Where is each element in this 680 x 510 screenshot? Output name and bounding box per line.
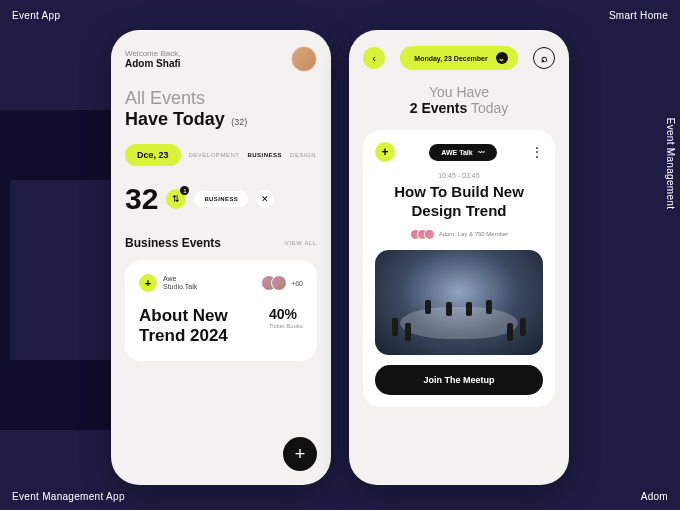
label-top-left: Event App bbox=[12, 10, 60, 21]
filter-badge: 1 bbox=[180, 186, 189, 195]
phone-right: ‹ Monday, 23 December ⌄ ⌕ You Have 2 Eve… bbox=[349, 30, 569, 485]
members-text: Adom, Lay & 750 Member bbox=[439, 231, 509, 237]
search-icon: ⌕ bbox=[541, 52, 548, 64]
label-top-right: Smart Home bbox=[609, 10, 668, 21]
card-tag-line2: Studio.Talk bbox=[163, 283, 197, 291]
section-title: Business Events bbox=[125, 236, 221, 250]
summary-gray: Today bbox=[471, 100, 508, 116]
filter-icon: ⇅ bbox=[172, 194, 180, 204]
attendee-count: +60 bbox=[291, 280, 303, 287]
category-pill[interactable]: AWE Talk 〰 bbox=[429, 144, 496, 161]
chevron-left-icon: ‹ bbox=[372, 52, 376, 64]
tab-business[interactable]: BUSINESS bbox=[247, 152, 282, 158]
label-bottom-left: Event Management App bbox=[12, 491, 125, 502]
ticket-percent-label: Ticket Books bbox=[269, 323, 303, 329]
filter-button[interactable]: ⇅ 1 bbox=[166, 189, 186, 209]
ticket-percent: 40% bbox=[269, 306, 303, 322]
close-icon: ✕ bbox=[261, 194, 269, 204]
summary-line1: You Have bbox=[363, 84, 555, 100]
tab-design[interactable]: DESIGN bbox=[290, 152, 316, 158]
more-button[interactable]: ⋮ bbox=[531, 145, 543, 159]
user-name: Adom Shafi bbox=[125, 58, 181, 69]
event-title: How To Build New Design Trend bbox=[375, 183, 543, 221]
card-plus-icon: + bbox=[139, 274, 157, 292]
add-button[interactable]: + bbox=[283, 437, 317, 471]
view-all-link[interactable]: VIEW ALL bbox=[285, 240, 317, 246]
date-selector[interactable]: Monday, 23 December ⌄ bbox=[400, 46, 517, 70]
welcome-text: Welcome Back, bbox=[125, 49, 181, 58]
trend-icon: 〰 bbox=[478, 149, 485, 156]
card-plus-icon[interactable]: + bbox=[375, 142, 395, 162]
attendee-avatars: +60 bbox=[261, 275, 303, 291]
chevron-down-icon: ⌄ bbox=[496, 52, 508, 64]
more-icon: ⋮ bbox=[531, 145, 543, 159]
card-title: About New Trend 2024 bbox=[139, 306, 249, 347]
filter-chip[interactable]: BUSINESS bbox=[194, 191, 248, 207]
event-card[interactable]: + Awe Studio.Talk +60 About New Trend 20… bbox=[125, 260, 317, 361]
join-button[interactable]: Join The Meetup bbox=[375, 365, 543, 395]
event-photo bbox=[375, 250, 543, 355]
summary-bold: 2 Events bbox=[410, 100, 468, 116]
event-detail-card: + AWE Talk 〰 ⋮ 10:45 - 03:45 How To Buil… bbox=[363, 130, 555, 407]
label-bottom-right: Adom bbox=[641, 491, 668, 502]
search-button[interactable]: ⌕ bbox=[533, 47, 555, 69]
phone-left: Welcome Back, Adom Shafi All Events Have… bbox=[111, 30, 331, 485]
date-pill[interactable]: Dce, 23 bbox=[125, 144, 181, 166]
event-time: 10:45 - 03:45 bbox=[375, 172, 543, 179]
tab-development[interactable]: DEVELOPMENT bbox=[189, 152, 240, 158]
headline-count: (32) bbox=[231, 117, 247, 127]
card-tag-line1: Awe bbox=[163, 275, 197, 283]
headline-line2: Have Today bbox=[125, 109, 225, 129]
category-label: AWE Talk bbox=[441, 149, 472, 156]
headline-line1: All Events bbox=[125, 88, 317, 109]
filter-chip-label: BUSINESS bbox=[204, 196, 238, 202]
avatar[interactable] bbox=[291, 46, 317, 72]
event-count: 32 bbox=[125, 182, 158, 216]
clear-filter-button[interactable]: ✕ bbox=[256, 190, 274, 208]
date-label: Monday, 23 December bbox=[414, 55, 487, 62]
back-button[interactable]: ‹ bbox=[363, 47, 385, 69]
plus-icon: + bbox=[295, 444, 306, 465]
